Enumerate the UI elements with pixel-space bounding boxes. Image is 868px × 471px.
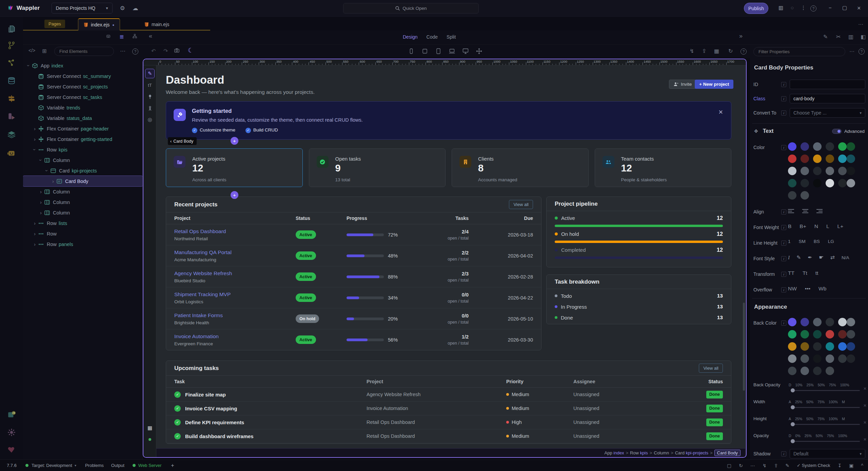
tree-item[interactable]: Row panels: [23, 239, 142, 249]
slider-tick[interactable]: 100%: [838, 434, 847, 438]
back-color-swatch[interactable]: [847, 330, 855, 339]
tree-item[interactable]: Flex Container page-header: [23, 123, 142, 134]
slider-tick[interactable]: 50%: [818, 383, 825, 387]
routing-signpost-icon[interactable]: [6, 94, 17, 104]
components-blocks-icon[interactable]: ⊞: [42, 48, 46, 54]
breadcrumb-item[interactable]: Column>: [654, 450, 675, 455]
project-row[interactable]: Shipment Tracking MVP Orbit Logistics Ac…: [166, 287, 541, 308]
tree-chevron-icon[interactable]: [38, 210, 44, 216]
back-color-swatch[interactable]: [801, 330, 809, 339]
tree-item[interactable]: Card Body: [23, 176, 142, 186]
text-transform-option[interactable]: TT: [788, 270, 794, 276]
width-slider[interactable]: [791, 407, 860, 408]
expand-panel-icon[interactable]: »: [739, 33, 743, 40]
font-weight-option[interactable]: L+: [837, 223, 844, 229]
back-color-swatch[interactable]: [801, 354, 809, 363]
text-color-swatch[interactable]: [801, 155, 809, 163]
quick-open-search[interactable]: Quick Open: [343, 3, 479, 14]
text-color-swatch[interactable]: [838, 155, 847, 163]
refresh-icon[interactable]: ↻: [728, 48, 733, 54]
text-color-swatch[interactable]: [813, 167, 822, 175]
project-row[interactable]: Invoice Automation Evergreen Finance Act…: [166, 329, 541, 350]
hand-icon[interactable]: ☛: [819, 254, 824, 261]
text-color-swatch[interactable]: [813, 155, 822, 163]
filter-properties-input[interactable]: [754, 47, 845, 56]
upload-icon[interactable]: ⇪: [774, 463, 778, 468]
component-tool-icon[interactable]: [145, 103, 155, 113]
id-input[interactable]: [790, 80, 865, 89]
connections-icon[interactable]: [6, 58, 17, 68]
back-color-swatch[interactable]: [788, 354, 796, 363]
slider-tick[interactable]: 75%: [817, 400, 825, 404]
back-color-swatch[interactable]: [826, 354, 834, 363]
project-link[interactable]: Invoice Automation: [174, 333, 296, 340]
back-color-swatch[interactable]: [826, 318, 834, 326]
window-minimize-icon[interactable]: −: [829, 5, 832, 11]
task-row[interactable]: ✓ Finalize site map Agency Website Refre…: [166, 388, 731, 402]
font-weight-option[interactable]: N: [814, 223, 818, 229]
breadcrumb-item[interactable]: Card kpi-projects>: [675, 450, 714, 455]
system-check-button[interactable]: ✓ System Check: [797, 463, 830, 468]
device-desktop-icon[interactable]: [462, 47, 469, 55]
tree-item[interactable]: Flex Container getting-started: [23, 134, 142, 144]
edit-icon[interactable]: ✎: [785, 463, 789, 468]
tree-item[interactable]: Column: [23, 155, 142, 165]
overflow-option[interactable]: NW: [788, 286, 797, 292]
text-color-swatch[interactable]: [788, 179, 796, 187]
overflow-menu-icon[interactable]: ⋮: [801, 5, 806, 11]
tree-item[interactable]: Row lists: [23, 218, 142, 228]
line-height-option[interactable]: BS: [814, 239, 820, 244]
font-weight-option[interactable]: L: [826, 223, 829, 229]
text-color-swatch[interactable]: [801, 191, 809, 200]
project-row[interactable]: Manufacturing QA Portal Acme Manufacturi…: [166, 245, 541, 266]
tree-item[interactable]: Variable status_data: [23, 113, 142, 123]
split-mode-tab[interactable]: Split: [447, 34, 456, 40]
back-color-swatch[interactable]: [788, 367, 796, 375]
settings-gear-icon[interactable]: [6, 427, 17, 437]
text-color-swatch[interactable]: [813, 179, 822, 187]
tree-chevron-icon[interactable]: [32, 136, 38, 142]
device-laptop-icon[interactable]: [448, 47, 456, 55]
redo-icon[interactable]: ↷: [163, 48, 168, 54]
text-color-swatch[interactable]: [813, 142, 822, 151]
code-mode-tab[interactable]: Code: [427, 34, 438, 40]
tree-chevron-icon[interactable]: [38, 189, 44, 194]
tree-chevron-icon[interactable]: [32, 126, 38, 131]
refresh-icon[interactable]: ↻: [739, 463, 743, 468]
back-color-swatch[interactable]: [847, 354, 855, 363]
project-link[interactable]: Agency Website Refresh: [174, 270, 296, 277]
insert-after-button[interactable]: +: [231, 191, 238, 199]
package-icon[interactable]: ▣: [849, 463, 853, 468]
kpi-card[interactable]: Open tasks 9 13 total: [309, 148, 446, 187]
align-right-icon[interactable]: [816, 209, 823, 213]
breadcrumb-item[interactable]: Row kpis>: [630, 450, 654, 455]
slider-tick[interactable]: 75%: [829, 383, 836, 387]
text-color-swatch[interactable]: [826, 142, 834, 151]
tree-item[interactable]: App index: [23, 60, 142, 71]
task-row[interactable]: ✓ Build dashboard wireframes Retail Ops …: [166, 429, 731, 443]
overflow-option[interactable]: •••: [805, 286, 810, 292]
grid-overlay-icon[interactable]: ▦: [145, 423, 155, 433]
edit-tool-icon[interactable]: ✎: [145, 69, 155, 78]
slider-tick[interactable]: 100%: [829, 417, 838, 421]
slider-tick[interactable]: 25%: [805, 434, 812, 438]
panels-layout-icon[interactable]: ▥: [778, 5, 783, 11]
tree-item[interactable]: Card kpi-projects: [23, 165, 142, 176]
toggle-pill[interactable]: [832, 129, 842, 134]
back-color-swatch[interactable]: [813, 342, 822, 351]
back-color-swatch[interactable]: [813, 330, 822, 339]
text-color-swatch[interactable]: [788, 155, 796, 163]
tree-item[interactable]: Column: [23, 207, 142, 218]
convert-to-select[interactable]: Choose Type ...▾: [790, 108, 865, 118]
pages-manager-icon[interactable]: [6, 24, 17, 34]
collapse-bar-icon[interactable]: ^: [861, 463, 863, 468]
back-color-swatch[interactable]: [826, 330, 834, 339]
collapse-panel-icon[interactable]: «: [149, 33, 152, 40]
back-color-swatch[interactable]: [788, 318, 796, 326]
text-color-swatch[interactable]: [788, 142, 796, 151]
screenshot-camera-icon[interactable]: [174, 48, 179, 54]
text-color-swatch[interactable]: [826, 155, 834, 163]
font-weight-option[interactable]: B: [788, 223, 791, 229]
find-elements-input[interactable]: [55, 47, 114, 56]
text-color-swatch[interactable]: [788, 191, 796, 200]
